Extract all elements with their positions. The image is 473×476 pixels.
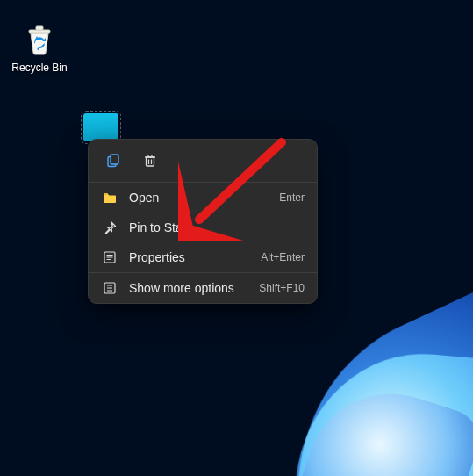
svg-rect-8	[148, 155, 152, 157]
svg-rect-9	[104, 193, 108, 195]
folder-open-icon	[101, 190, 118, 206]
context-menu: Open Enter Pin to Start Properties Alt+E…	[88, 139, 318, 304]
selected-folder[interactable]	[83, 113, 118, 141]
menu-item-label: Properties	[129, 250, 250, 264]
menu-item-properties[interactable]: Properties Alt+Enter	[89, 242, 317, 272]
recycle-bin-icon	[20, 19, 59, 58]
properties-icon	[101, 249, 118, 265]
menu-item-open[interactable]: Open Enter	[89, 183, 317, 213]
delete-button[interactable]	[138, 148, 162, 173]
copy-icon	[105, 153, 121, 169]
svg-rect-1	[36, 26, 43, 30]
desktop-icon-recycle-bin[interactable]: Recycle Bin	[9, 19, 70, 74]
context-menu-quick-actions	[89, 140, 317, 182]
copy-button[interactable]	[101, 148, 125, 173]
menu-item-shortcut: Shift+F10	[259, 282, 305, 294]
menu-item-label: Pin to Start	[129, 220, 294, 234]
menu-item-show-more-options[interactable]: Show more options Shift+F10	[89, 273, 317, 303]
menu-item-shortcut: Alt+Enter	[261, 251, 305, 263]
svg-rect-4	[147, 157, 154, 166]
more-options-icon	[101, 280, 118, 296]
desktop-icon-label: Recycle Bin	[9, 61, 70, 74]
menu-item-label: Show more options	[129, 281, 248, 295]
menu-item-shortcut: Enter	[279, 191, 305, 204]
svg-rect-0	[29, 30, 50, 33]
svg-rect-3	[111, 155, 118, 164]
menu-item-pin-to-start[interactable]: Pin to Start	[89, 213, 317, 242]
menu-item-label: Open	[129, 191, 269, 205]
pin-icon	[101, 220, 118, 235]
trash-icon	[142, 153, 158, 169]
